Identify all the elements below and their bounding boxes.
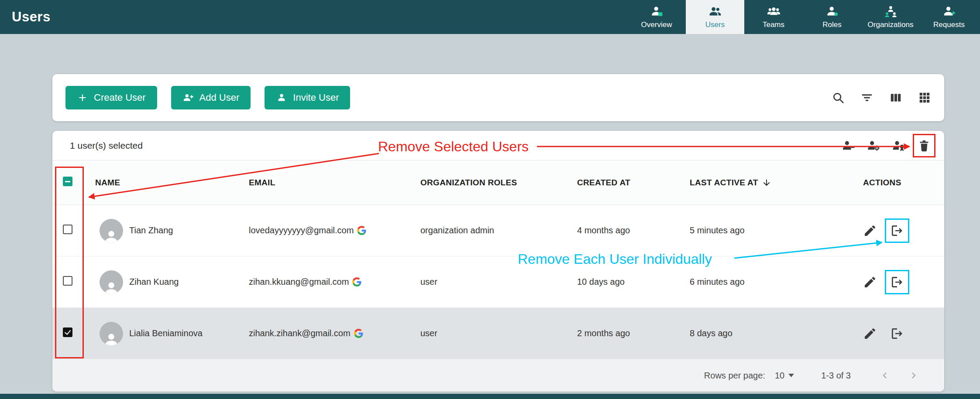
user-settings-icon[interactable] <box>867 139 880 153</box>
user-role: user <box>420 328 577 338</box>
requests-icon <box>942 5 956 18</box>
teams-icon <box>767 5 781 18</box>
remove-user-icon[interactable] <box>841 139 855 153</box>
filter-icon[interactable] <box>860 91 873 104</box>
remove-from-org-icon[interactable] <box>890 275 904 289</box>
user-badge-icon[interactable] <box>892 139 906 153</box>
user-overview-icon <box>650 5 664 18</box>
tab-label: Roles <box>822 20 841 29</box>
users-admin-page: Users Overview Users Teams <box>0 0 980 399</box>
users-table-card: 1 user(s) selected NAME EMAIL ORGA <box>52 131 944 392</box>
trash-icon[interactable] <box>917 139 931 153</box>
plus-icon <box>77 92 88 103</box>
invite-user-label: Invite User <box>293 92 339 103</box>
edit-user-icon[interactable] <box>863 327 877 341</box>
users-icon <box>708 5 722 18</box>
column-header-last-active[interactable]: LAST ACTIVE AT <box>690 178 848 188</box>
toolbar: Create User Add User Invite User <box>52 74 944 121</box>
rows-per-page-value: 10 <box>775 371 784 381</box>
organizations-icon <box>884 5 897 18</box>
row-checkbox[interactable] <box>63 276 72 286</box>
tab-label: Users <box>705 20 725 29</box>
row-checkbox[interactable] <box>63 225 72 234</box>
edit-user-icon[interactable] <box>863 224 877 238</box>
invite-user-icon <box>276 92 287 103</box>
row-checkbox[interactable] <box>63 327 72 337</box>
user-role: user <box>420 277 577 287</box>
column-header-email: EMAIL <box>249 178 420 188</box>
selection-actions <box>841 139 931 153</box>
tab-roles[interactable]: Roles <box>803 0 861 34</box>
top-bar: Users Overview Users Teams <box>0 0 980 34</box>
search-icon[interactable] <box>832 91 845 104</box>
avatar <box>100 270 123 294</box>
sort-descending-icon <box>762 178 771 188</box>
roles-icon <box>825 5 839 18</box>
tab-label: Requests <box>933 20 965 29</box>
rows-per-page-label: Rows per page: <box>704 371 765 381</box>
created-at: 2 months ago <box>577 328 690 338</box>
table-row: Tian Zhang lovedayyyyyyy@gmail.com organ… <box>52 205 944 256</box>
table-row: Zihan Kuang zihan.kkuang@gmail.com user … <box>52 256 944 308</box>
tab-teams[interactable]: Teams <box>744 0 803 34</box>
avatar <box>100 219 123 242</box>
selection-count-text: 1 user(s) selected <box>70 140 143 151</box>
last-active-at: 6 minutes ago <box>690 277 848 287</box>
remove-from-org-icon[interactable] <box>890 327 904 341</box>
caret-down-icon <box>788 374 794 377</box>
user-email: lovedayyyyyyy@gmail.com <box>249 225 354 235</box>
google-icon <box>352 277 361 286</box>
page-title: Users <box>12 9 51 25</box>
google-icon <box>357 226 366 235</box>
column-header-created: CREATED AT <box>577 178 690 188</box>
user-name: Lialia Beniaminova <box>129 328 203 338</box>
previous-page-icon[interactable] <box>879 369 891 382</box>
created-at: 4 months ago <box>577 225 690 235</box>
edit-user-icon[interactable] <box>863 275 877 289</box>
tab-label: Teams <box>763 20 784 29</box>
user-name: Zihan Kuang <box>129 277 179 287</box>
bottom-bar <box>0 394 980 399</box>
tab-organizations[interactable]: Organizations <box>861 0 920 34</box>
pagination-range: 1-3 of 3 <box>821 371 851 381</box>
invite-user-button[interactable]: Invite User <box>265 86 350 109</box>
add-user-icon <box>182 92 194 103</box>
user-email: zihan.kkuang@gmail.com <box>249 277 349 287</box>
user-role: organization admin <box>420 225 577 235</box>
last-active-at: 8 days ago <box>690 328 848 338</box>
columns-icon[interactable] <box>889 91 902 104</box>
select-all-checkbox[interactable] <box>63 177 72 186</box>
rows-per-page-select[interactable]: 10 <box>775 371 794 381</box>
last-active-at: 5 minutes ago <box>690 225 848 235</box>
add-user-button[interactable]: Add User <box>171 86 251 109</box>
toolbar-icon-group <box>832 91 931 104</box>
remove-from-org-icon[interactable] <box>890 224 904 238</box>
tab-label: Overview <box>641 20 672 29</box>
table-row: Lialia Beniaminova zihank.zihank@gmail.c… <box>52 308 944 359</box>
create-user-button[interactable]: Create User <box>65 86 157 109</box>
selection-bar: 1 user(s) selected <box>52 131 944 160</box>
grid-icon[interactable] <box>918 91 931 104</box>
table-header-row: NAME EMAIL ORGANIZATION ROLES CREATED AT… <box>52 160 944 205</box>
tab-requests[interactable]: Requests <box>920 0 978 34</box>
column-header-roles: ORGANIZATION ROLES <box>420 178 577 188</box>
pager <box>879 369 920 382</box>
created-at: 10 days ago <box>577 277 690 287</box>
table-footer: Rows per page: 10 1-3 of 3 <box>52 359 944 392</box>
user-name: Tian Zhang <box>129 225 173 235</box>
avatar <box>100 322 123 345</box>
column-header-name: NAME <box>95 178 249 188</box>
top-nav: Overview Users Teams Roles <box>627 0 978 34</box>
add-user-label: Add User <box>199 92 240 103</box>
tab-label: Organizations <box>868 20 914 29</box>
next-page-icon[interactable] <box>908 369 920 382</box>
user-email: zihank.zihank@gmail.com <box>249 328 351 338</box>
google-icon <box>354 329 363 338</box>
tab-overview[interactable]: Overview <box>627 0 686 34</box>
column-header-actions: ACTIONS <box>848 178 944 188</box>
create-user-label: Create User <box>94 92 146 103</box>
tab-users[interactable]: Users <box>686 0 744 34</box>
